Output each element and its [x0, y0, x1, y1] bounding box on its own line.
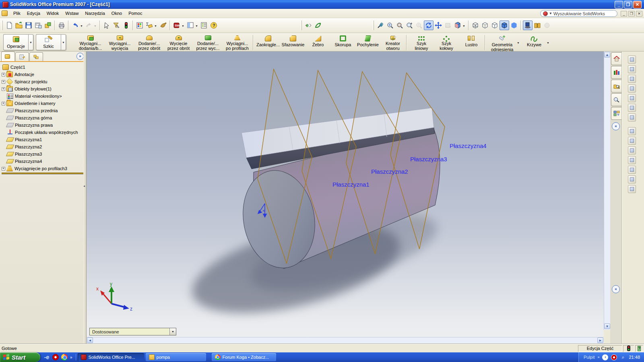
zoom-area-icon[interactable] [395, 21, 405, 30]
view-orientation-icon[interactable] [376, 21, 385, 30]
task-solidworks[interactable]: SolidWorks Office Pre... [78, 353, 144, 361]
vertical-scrollbar[interactable]: ▲ ▼ [604, 51, 610, 330]
rib-button[interactable]: Żebro [305, 34, 330, 51]
search-dropdown-icon[interactable]: ▼ [549, 12, 552, 15]
close-button[interactable]: ✕ [633, 1, 642, 8]
tree-item-plane2[interactable]: Płaszczyzna2 [1, 143, 86, 150]
select-icon[interactable] [102, 21, 111, 30]
taskpane-collapse-icon[interactable]: « [612, 122, 620, 130]
panel-splitter[interactable]: ◂ [83, 51, 87, 344]
right-toolbar-icon-14[interactable] [628, 185, 636, 193]
undo-icon[interactable]: ▼ [70, 21, 80, 30]
quicklaunch-opera-icon[interactable] [52, 354, 59, 360]
save-icon[interactable] [24, 21, 33, 30]
minimize-button[interactable]: _ [615, 1, 623, 8]
start-button[interactable]: Start [0, 352, 40, 362]
tab-szkic[interactable]: Szkic ▼ [36, 34, 66, 50]
right-toolbar-icon-6[interactable] [628, 104, 636, 112]
help-icon[interactable]: ? [209, 21, 219, 30]
tab-design-library[interactable] [611, 66, 621, 79]
right-toolbar-icon-3[interactable] [628, 75, 636, 83]
hidden-lines-removed-icon[interactable] [490, 21, 500, 30]
reference-geometry-button[interactable]: Geometriaodniesienia [487, 34, 517, 51]
hidden-lines-visible-icon[interactable] [480, 21, 490, 30]
right-toolbar-icon-1[interactable] [628, 56, 636, 64]
desktop-toolbar-label[interactable]: Pulpit [584, 355, 595, 360]
shaded-icon[interactable] [509, 21, 519, 30]
tree-item-origin[interactable]: Początek układu współrzędnych [1, 129, 86, 136]
right-toolbar-icon-4[interactable] [628, 84, 636, 93]
menu-plik[interactable]: Plik [10, 10, 24, 17]
tab-file-explorer[interactable] [611, 80, 621, 93]
tree-item-front-plane[interactable]: Płaszczyzna przednia [1, 107, 86, 114]
open-icon[interactable] [14, 21, 24, 30]
tree-item-solid-bodies[interactable]: +Obiekty bryłowe(1) [1, 85, 86, 93]
solidworks-search-box[interactable]: ▼ Wyszukiwanie SolidWorks [540, 10, 617, 17]
circular-pattern-button[interactable]: Szykkołowy [434, 34, 459, 51]
options-icon[interactable] [199, 21, 209, 30]
split-view-icon[interactable]: ▼ [186, 21, 195, 30]
tree-item-loft3[interactable]: +Wyciągnięcie po profilach3 [1, 165, 86, 172]
selection-filter-icon[interactable] [111, 21, 121, 30]
extruded-boss-button[interactable]: Wyciągni...dodania/b... [76, 34, 105, 51]
shadows-in-shaded-icon[interactable] [523, 21, 533, 30]
right-toolbar-icon-12[interactable] [628, 166, 636, 174]
scroll-left-icon[interactable]: ◄ [87, 337, 93, 343]
color-swatch-icon[interactable] [135, 21, 144, 30]
tab-search[interactable] [611, 93, 621, 106]
restore-button[interactable]: ❐ [624, 1, 632, 8]
hole-wizard-button[interactable]: Kreatorotworu [380, 34, 405, 51]
tab-featuremanager[interactable] [1, 51, 15, 61]
realview-icon[interactable] [533, 21, 542, 30]
scroll-up-icon[interactable]: ▲ [604, 52, 610, 58]
plane4-label[interactable]: Płaszczyzna4 [450, 142, 487, 149]
quicklaunch-chevron-icon[interactable]: » [70, 355, 72, 360]
shell-button[interactable]: Skorupa [330, 34, 355, 51]
make-drawing-icon[interactable] [33, 21, 43, 30]
fillet-button[interactable]: Zaokrągle... [256, 34, 281, 51]
solidworks-explorer-icon[interactable] [158, 21, 168, 30]
quick-tips-cell[interactable]: ? [635, 345, 643, 352]
draft-button[interactable]: Pochylenie [355, 34, 380, 51]
measure-icon[interactable]: Σ▼ [144, 21, 154, 30]
rotate-view-icon[interactable] [424, 21, 433, 30]
task-forum[interactable]: Forum Koga • Zobacz... [212, 353, 276, 361]
shaded-with-edges-icon[interactable] [500, 21, 509, 30]
make-assembly-icon[interactable] [43, 21, 53, 30]
right-toolbar-icon-10[interactable] [628, 146, 636, 154]
tree-expand-button[interactable]: » [76, 53, 84, 60]
publish-edrawings-icon[interactable]: e [303, 21, 313, 30]
menu-narzedzia[interactable]: Narzędzia [82, 10, 108, 17]
animator-icon[interactable] [313, 21, 323, 30]
zoom-in-out-icon[interactable] [405, 21, 414, 30]
view-combo-dropdown-icon[interactable]: ▼ [169, 328, 176, 335]
view-orientation-combo[interactable]: Dostosowane ▼ [89, 328, 176, 335]
rollback-bar[interactable] [2, 173, 85, 174]
tree-item-lights-cameras[interactable]: +Oświetlenie i kamery [1, 100, 86, 107]
scroll-down-icon[interactable]: ▼ [604, 323, 610, 329]
revolved-boss-button[interactable]: Dodanie/...przez obrót [134, 34, 164, 51]
right-toolbar-icon-7[interactable] [628, 113, 636, 121]
print-icon[interactable] [57, 21, 66, 30]
scroll-right-icon[interactable]: ► [597, 337, 603, 343]
right-toolbar-icon-8[interactable] [628, 127, 636, 135]
tab-operacje[interactable]: Operacje ▼ [3, 34, 33, 50]
tab-operacje-dropdown[interactable]: ▼ [28, 34, 33, 50]
child-minimize-button[interactable]: _ [621, 11, 627, 16]
tray-chevron-icon[interactable]: » [597, 355, 599, 359]
tree-item-plane4[interactable]: Płaszczyzna4 [1, 158, 86, 165]
tree-item-plane3[interactable]: Płaszczyzna3 [1, 150, 86, 158]
taskpane-collapse-bottom-icon[interactable]: « [612, 285, 620, 293]
tab-view-palette[interactable] [611, 107, 621, 120]
tree-item-plane1[interactable]: Płaszczyzna1 [1, 136, 86, 143]
task-pompa[interactable]: pompa [146, 353, 206, 361]
extruded-cut-button[interactable]: Wyciągni...wycięcia [105, 34, 134, 51]
expand-icon[interactable]: + [2, 102, 5, 105]
tray-hide-icon[interactable]: ‹ [602, 354, 608, 360]
tray-search-icon[interactable]: ⌕ [620, 354, 626, 360]
tab-szkic-dropdown[interactable]: ▼ [61, 34, 66, 50]
quicklaunch-edrawings-icon[interactable]: -e [43, 354, 50, 360]
toolbar-grip[interactable] [2, 21, 3, 30]
tab-solidworks-resources[interactable] [611, 52, 621, 65]
linear-pattern-button[interactable]: Szykliniowy [409, 34, 434, 51]
